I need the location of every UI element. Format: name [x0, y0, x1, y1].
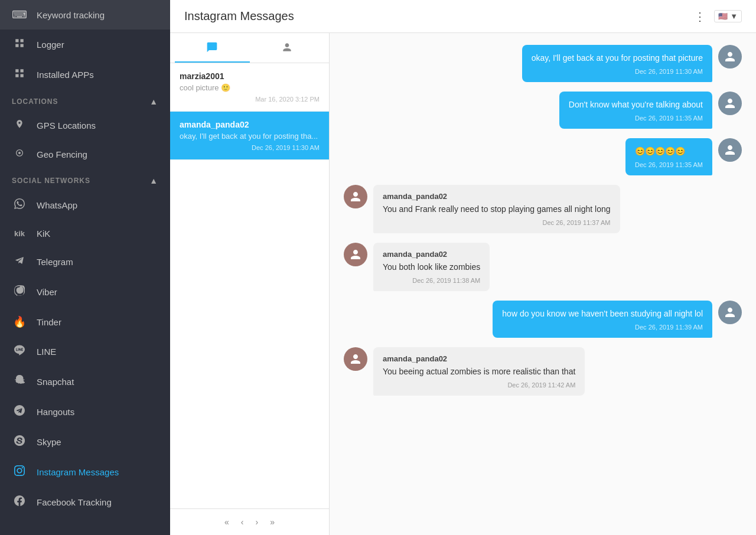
sidebar-item-tinder[interactable]: 🔥 Tinder: [0, 307, 170, 337]
language-selector[interactable]: 🇺🇸 ▼: [714, 10, 742, 22]
header: Instagram Messages ⋮ 🇺🇸 ▼: [170, 0, 756, 33]
telegram-icon: [12, 255, 27, 269]
sidebar-section-social: SOCIAL NETWORKS ▲: [0, 169, 170, 190]
sidebar-label-skype: Skype: [37, 437, 61, 447]
svg-rect-1: [21, 39, 24, 42]
keyboard-icon: ⌨: [12, 8, 27, 21]
pagination-first[interactable]: «: [221, 516, 233, 528]
sidebar-item-facebook-tracking[interactable]: Facebook Tracking: [0, 487, 170, 517]
facebook-icon: [12, 495, 27, 509]
message-text: You both look like zombies: [383, 261, 480, 273]
svg-rect-5: [21, 69, 24, 72]
message-text: how do you know we haven't been studying…: [502, 308, 703, 320]
message-text: You and Frank really need to stop playin…: [383, 203, 611, 216]
logger-icon: [12, 38, 27, 51]
message-time: Dec 26, 2019 11:35 AM: [569, 115, 703, 122]
message-time: Dec 26, 2019 11:37 AM: [383, 219, 611, 226]
sidebar-item-line[interactable]: LINE: [0, 337, 170, 367]
message-row: amanda_panda02 You beeing actual zombies…: [344, 347, 742, 396]
pagination-prev[interactable]: ‹: [237, 516, 247, 528]
pagination-next[interactable]: ›: [252, 516, 262, 528]
avatar: [718, 92, 742, 115]
viber-icon: [12, 285, 27, 299]
conv-name: marzia2001: [180, 71, 320, 81]
message-bubble: 😊😊😊😊😊 Dec 26, 2019 11:35 AM: [625, 138, 712, 175]
line-icon: [12, 345, 27, 358]
hangouts-icon: [12, 405, 27, 419]
sidebar-item-logger[interactable]: Logger: [0, 30, 170, 60]
sidebar-item-snapchat[interactable]: Snapchat: [0, 367, 170, 397]
conversation-list: marzia2001 cool picture 🙂 Mar 16, 2020 3…: [170, 63, 329, 508]
conv-name: amanda_panda02: [180, 120, 320, 129]
sidebar-item-hangouts[interactable]: Hangouts: [0, 397, 170, 427]
more-options-button[interactable]: ⋮: [694, 9, 707, 24]
list-item[interactable]: marzia2001 cool picture 🙂 Mar 16, 2020 3…: [170, 63, 329, 112]
main-content: Instagram Messages ⋮ 🇺🇸 ▼ marzia20: [170, 0, 756, 535]
pagination: « ‹ › »: [170, 508, 329, 535]
message-row: 😊😊😊😊😊 Dec 26, 2019 11:35 AM: [344, 138, 742, 175]
sidebar-label-line: LINE: [37, 347, 56, 357]
sidebar-label-kik: KiK: [37, 229, 50, 239]
apps-icon: [12, 68, 27, 81]
gps-icon: [12, 119, 27, 132]
sidebar-item-viber[interactable]: Viber: [0, 277, 170, 307]
sidebar-item-skype[interactable]: Skype: [0, 427, 170, 457]
sidebar-label-telegram: Telegram: [37, 257, 73, 267]
dropdown-chevron-icon: ▼: [730, 12, 738, 21]
message-row: amanda_panda02 You and Frank really need…: [344, 185, 742, 233]
sidebar-item-instagram-messages[interactable]: Instagram Messages: [0, 457, 170, 487]
geofence-icon: [12, 148, 27, 161]
sidebar-item-kik[interactable]: kik KiK: [0, 220, 170, 247]
sidebar-label-viber: Viber: [37, 287, 57, 297]
avatar: [718, 138, 742, 162]
sidebar-item-gps-locations[interactable]: GPS Locations: [0, 111, 170, 140]
svg-rect-2: [15, 44, 18, 47]
sidebar-item-keyword-tracking[interactable]: ⌨ Keyword tracking: [0, 0, 170, 30]
avatar: [344, 347, 367, 371]
sidebar-item-geo-fencing[interactable]: Geo Fencing: [0, 140, 170, 169]
tinder-icon: 🔥: [12, 315, 27, 328]
sidebar-label-facebook: Facebook Tracking: [37, 497, 112, 507]
svg-rect-4: [15, 69, 18, 72]
conv-time: Dec 26, 2019 11:30 AM: [180, 144, 320, 151]
list-item[interactable]: amanda_panda02 okay, I'll get back at yo…: [170, 112, 329, 160]
message-row: okay, I'll get back at you for posting t…: [344, 45, 742, 82]
page-title: Instagram Messages: [184, 9, 294, 23]
sidebar-item-whatsapp[interactable]: WhatsApp: [0, 190, 170, 220]
message-sender: amanda_panda02: [383, 192, 611, 201]
svg-rect-7: [21, 74, 24, 77]
locations-chevron-icon[interactable]: ▲: [149, 97, 158, 106]
conv-time: Mar 16, 2020 3:12 PM: [180, 96, 320, 103]
sidebar-label-tinder: Tinder: [37, 317, 61, 327]
social-chevron-icon[interactable]: ▲: [149, 176, 158, 185]
sidebar-item-telegram[interactable]: Telegram: [0, 247, 170, 277]
message-sender: amanda_panda02: [383, 354, 575, 363]
message-text: Don't know what you're talking about: [569, 99, 703, 111]
conv-tabs: [170, 33, 329, 63]
message-bubble: how do you know we haven't been studying…: [493, 301, 712, 338]
conv-preview: okay, I'll get back at you for posting t…: [180, 132, 320, 141]
message-bubble: amanda_panda02 You and Frank really need…: [373, 185, 620, 233]
message-bubble: Don't know what you're talking about Dec…: [559, 92, 712, 129]
sidebar-section-locations: LOCATIONS ▲: [0, 90, 170, 111]
message-text: okay, I'll get back at you for posting t…: [532, 52, 703, 64]
tab-contacts[interactable]: [250, 33, 325, 63]
sidebar-label-keyword-tracking: Keyword tracking: [37, 10, 105, 20]
instagram-icon: [12, 465, 27, 479]
avatar: [344, 185, 367, 208]
sidebar-item-installed-apps[interactable]: Installed APPs: [0, 60, 170, 90]
tab-messages[interactable]: [175, 33, 250, 63]
pagination-last[interactable]: »: [266, 516, 278, 528]
sidebar-label-installed-apps: Installed APPs: [37, 70, 94, 80]
kik-icon: kik: [12, 229, 27, 238]
sidebar-label-instagram: Instagram Messages: [37, 467, 119, 477]
snapchat-icon: [12, 375, 27, 389]
message-row: amanda_panda02 You both look like zombie…: [344, 243, 742, 291]
chat-area: okay, I'll get back at you for posting t…: [330, 33, 756, 535]
conv-preview: cool picture 🙂: [180, 83, 320, 92]
sidebar-label-snapchat: Snapchat: [37, 377, 74, 387]
message-text: 😊😊😊😊😊: [635, 145, 703, 158]
message-time: Dec 26, 2019 11:30 AM: [532, 68, 703, 75]
message-bubble: amanda_panda02 You both look like zombie…: [373, 243, 490, 291]
header-actions: ⋮ 🇺🇸 ▼: [694, 9, 742, 24]
